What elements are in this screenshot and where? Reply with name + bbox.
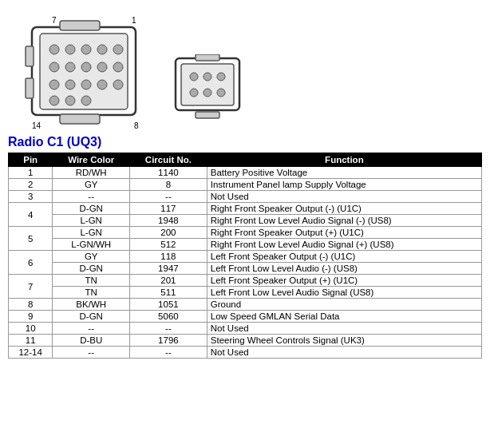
cell-circuit: 1796 — [130, 335, 207, 347]
cell-circuit: -- — [130, 323, 207, 335]
svg-point-3 — [65, 45, 75, 54]
cell-wire: D-GN — [53, 263, 130, 275]
cell-circuit: 118 — [130, 251, 207, 263]
cell-circuit: 201 — [130, 275, 207, 287]
cell-wire: L-GN — [53, 227, 130, 239]
svg-point-11 — [113, 62, 123, 72]
cell-circuit: 5060 — [130, 311, 207, 323]
svg-point-13 — [65, 80, 75, 89]
cell-function: Not Used — [207, 323, 481, 335]
cell-circuit: 117 — [130, 203, 207, 215]
svg-point-12 — [49, 80, 59, 89]
svg-rect-32 — [196, 54, 219, 61]
svg-point-27 — [204, 73, 211, 81]
cell-wire: -- — [53, 323, 130, 335]
cell-circuit: 511 — [130, 287, 207, 299]
table-row: 7TN201Left Front Speaker Output (+) (U1C… — [9, 275, 482, 287]
header-circuit: Circuit No. — [130, 153, 207, 167]
cell-circuit: -- — [130, 347, 207, 359]
table-row: 4D-GN117Right Front Speaker Output (-) (… — [9, 203, 482, 215]
table-row: D-GN1947Left Front Low Level Audio (-) (… — [9, 263, 482, 275]
cell-circuit: 8 — [130, 179, 207, 191]
connector-small — [172, 54, 243, 122]
svg-point-5 — [97, 45, 107, 54]
svg-point-9 — [81, 62, 91, 72]
label-7: 7 — [52, 16, 57, 25]
cell-pin: 9 — [9, 311, 53, 323]
cell-circuit: 1947 — [130, 263, 207, 275]
svg-point-28 — [217, 73, 225, 81]
label-8: 8 — [134, 121, 139, 130]
cell-function: Steering Wheel Controls Signal (UK3) — [207, 335, 481, 347]
cell-pin: 6 — [9, 251, 53, 275]
svg-point-10 — [97, 62, 107, 72]
connector-main: 7 1 14 8 — [8, 14, 148, 130]
svg-point-4 — [81, 45, 91, 54]
cell-wire: GY — [53, 251, 130, 263]
cell-function: Right Front Speaker Output (+) (U1C) — [207, 227, 481, 239]
cell-circuit: 200 — [130, 227, 207, 239]
cell-function: Right Front Speaker Output (-) (U1C) — [207, 203, 481, 215]
svg-point-6 — [113, 45, 123, 54]
table-row: 9D-GN5060Low Speed GMLAN Serial Data — [9, 311, 482, 323]
header-wire: Wire Color — [53, 153, 130, 167]
cell-wire: BK/WH — [53, 299, 130, 311]
cell-circuit: 1948 — [130, 215, 207, 227]
table-row: 12-14----Not Used — [9, 347, 482, 359]
table-header-row: Pin Wire Color Circuit No. Function — [9, 153, 482, 167]
cell-wire: TN — [53, 287, 130, 299]
cell-wire: L-GN/WH — [53, 239, 130, 251]
cell-pin: 4 — [9, 203, 53, 227]
cell-function: Instrument Panel lamp Supply Voltage — [207, 179, 481, 191]
cell-wire: L-GN — [53, 215, 130, 227]
main-connector-svg — [8, 14, 148, 130]
cell-pin: 11 — [9, 335, 53, 347]
page: 7 1 14 8 — [0, 0, 490, 365]
svg-point-15 — [97, 80, 107, 89]
svg-point-14 — [81, 80, 91, 89]
label-1: 1 — [132, 16, 136, 25]
cell-pin: 1 — [9, 167, 53, 179]
header-function: Function — [207, 153, 481, 167]
svg-rect-20 — [60, 21, 100, 30]
table-row: 8BK/WH1051Ground — [9, 299, 482, 311]
section-title: Radio C1 (UQ3) — [8, 135, 482, 149]
cell-wire: -- — [53, 191, 130, 203]
cell-pin: 8 — [9, 299, 53, 311]
diagram-area: 7 1 14 8 — [8, 6, 482, 130]
cell-wire: GY — [53, 179, 130, 191]
table-row: 2GY8Instrument Panel lamp Supply Voltage — [9, 179, 482, 191]
cell-function: Left Front Low Level Audio Signal (US8) — [207, 287, 481, 299]
header-pin: Pin — [9, 153, 53, 167]
cell-function: Left Front Low Level Audio (-) (US8) — [207, 263, 481, 275]
cell-function: Low Speed GMLAN Serial Data — [207, 311, 481, 323]
svg-point-31 — [217, 89, 225, 97]
cell-circuit: 1140 — [130, 167, 207, 179]
cell-function: Ground — [207, 299, 481, 311]
svg-rect-23 — [26, 78, 34, 98]
cell-wire: D-GN — [53, 203, 130, 215]
svg-point-8 — [65, 62, 75, 72]
cell-wire: D-BU — [53, 335, 130, 347]
svg-point-19 — [81, 96, 91, 105]
svg-point-26 — [190, 73, 198, 81]
cell-function: Not Used — [207, 191, 481, 203]
cell-pin: 5 — [9, 227, 53, 251]
table-row: 1RD/WH1140Battery Positive Voltage — [9, 167, 482, 179]
cell-wire: -- — [53, 347, 130, 359]
table-row: 5L-GN200Right Front Speaker Output (+) (… — [9, 227, 482, 239]
svg-rect-25 — [181, 64, 234, 105]
svg-rect-22 — [26, 46, 34, 66]
table-row: 11D-BU1796Steering Wheel Controls Signal… — [9, 335, 482, 347]
svg-point-30 — [204, 89, 211, 97]
svg-point-7 — [49, 62, 59, 72]
cell-wire: TN — [53, 275, 130, 287]
cell-wire: RD/WH — [53, 167, 130, 179]
cell-pin: 12-14 — [9, 347, 53, 359]
svg-point-18 — [65, 96, 75, 105]
cell-function: Left Front Speaker Output (-) (U1C) — [207, 251, 481, 263]
cell-pin: 7 — [9, 275, 53, 299]
cell-pin: 2 — [9, 179, 53, 191]
cell-function: Not Used — [207, 347, 481, 359]
svg-point-29 — [190, 89, 198, 97]
